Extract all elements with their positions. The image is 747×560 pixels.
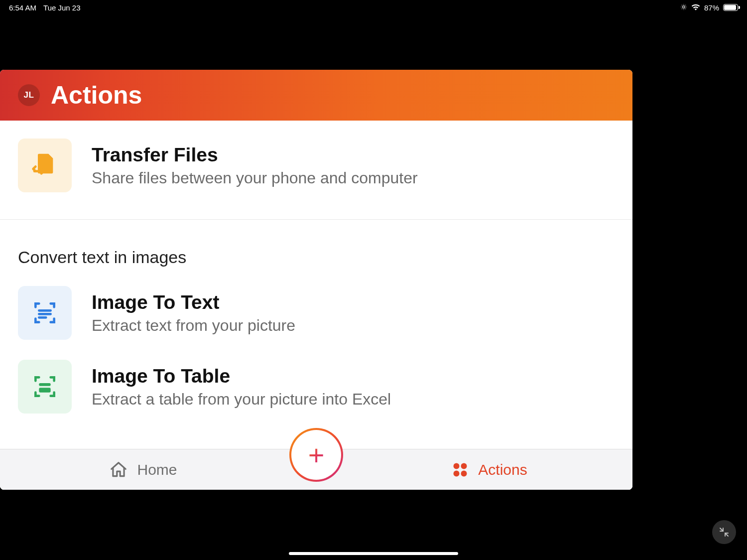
grid-icon — [451, 461, 469, 479]
action-image-to-text[interactable]: Image To Text Extract text from your pic… — [0, 276, 632, 350]
image-to-table-icon — [18, 360, 72, 414]
transfer-files-icon — [18, 139, 72, 192]
home-icon — [109, 460, 128, 479]
svg-point-4 — [461, 463, 467, 469]
status-date: Tue Jun 23 — [43, 3, 81, 12]
status-time: 6:54 AM — [9, 3, 36, 12]
action-title: Transfer Files — [92, 144, 418, 166]
svg-rect-2 — [39, 388, 50, 392]
svg-point-3 — [454, 463, 460, 469]
header: JL Actions — [0, 70, 632, 121]
arrows-in-icon — [718, 526, 730, 538]
tab-label: Actions — [478, 461, 527, 478]
action-transfer-files[interactable]: Transfer Files Share files between your … — [0, 129, 632, 202]
action-image-to-table[interactable]: Image To Table Extract a table from your… — [0, 350, 632, 423]
status-bar: 6:54 AM Tue Jun 23 87% — [0, 0, 747, 12]
svg-point-5 — [454, 470, 460, 476]
brightness-icon — [680, 3, 687, 12]
action-desc: Extract text from your picture — [92, 316, 295, 335]
battery-percent: 87% — [704, 3, 719, 12]
avatar-initials: JL — [24, 90, 34, 100]
section-header-convert: Convert text in images — [0, 220, 632, 276]
page-title: Actions — [51, 81, 142, 110]
tab-home[interactable]: Home — [0, 460, 286, 479]
action-title: Image To Table — [92, 365, 391, 387]
svg-point-6 — [461, 470, 467, 476]
home-indicator[interactable] — [289, 552, 458, 555]
svg-rect-1 — [39, 383, 50, 386]
wifi-icon — [691, 3, 700, 12]
plus-icon: + — [308, 439, 325, 471]
action-desc: Extract a table from your picture into E… — [92, 390, 391, 409]
tab-label: Home — [137, 461, 177, 478]
action-title: Image To Text — [92, 291, 295, 313]
app-window: JL Actions Transfer Files Share files be… — [0, 70, 632, 490]
battery-icon — [723, 4, 738, 11]
pip-collapse-button[interactable] — [712, 520, 736, 544]
svg-point-0 — [683, 5, 685, 8]
image-to-text-icon — [18, 286, 72, 340]
action-desc: Share files between your phone and compu… — [92, 169, 418, 187]
fab-add[interactable]: + — [289, 428, 343, 482]
avatar[interactable]: JL — [18, 84, 40, 106]
tab-actions[interactable]: Actions — [346, 461, 632, 479]
